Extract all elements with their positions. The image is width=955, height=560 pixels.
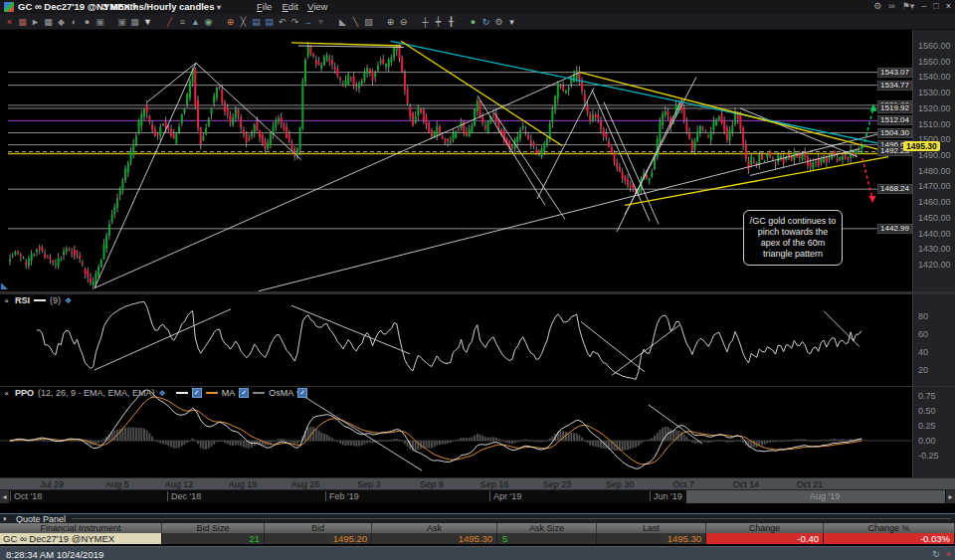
column-header-change_pct[interactable]: Change % [824, 523, 955, 533]
legend-label: MA [222, 388, 236, 398]
navigator-label: Oct '18 [10, 491, 42, 501]
checkbox-checked[interactable]: ✓ [192, 388, 202, 398]
marker-tool-icon[interactable]: ◉ [202, 15, 215, 29]
maximize-icon[interactable]: □ [933, 1, 938, 11]
text-note2-icon[interactable]: ▤ [263, 15, 276, 29]
cell-change[interactable]: -0.40 [706, 533, 824, 544]
paint-tool-icon[interactable]: ◆ [55, 15, 68, 29]
checkbox-checked[interactable]: ✓ [239, 388, 249, 398]
triangle-tool-icon[interactable]: ▲ [189, 15, 202, 29]
column-header-bid[interactable]: Bid [265, 523, 372, 533]
close-red-icon[interactable]: × [946, 549, 951, 559]
link-icon[interactable]: ∞ [888, 1, 894, 11]
price-tick: 1510.00 [918, 120, 951, 129]
clock-text: 8:28:34 AM 10/24/2019 [6, 549, 103, 560]
time-axis-label: Oct 21 [797, 479, 824, 489]
chart-type-icon[interactable]: ◣ [336, 15, 349, 29]
measure-tool-icon[interactable]: ╳ [237, 15, 250, 29]
components-icon[interactable]: ▦ [128, 15, 141, 29]
settings-icon[interactable]: ⚙ [873, 1, 881, 11]
pattern-tool-icon[interactable]: ≡ [176, 15, 189, 29]
zoom-in-icon[interactable]: ⊕ [384, 15, 397, 29]
image-tool-icon[interactable]: ▣ [94, 15, 106, 29]
anchor-icon[interactable]: ❖ [159, 389, 166, 398]
grid-tool-icon[interactable]: ▦ [42, 15, 55, 29]
time-axis-label: Oct 14 [733, 479, 760, 489]
rsi-line-sample [34, 299, 46, 301]
close-icon[interactable]: × [2, 389, 11, 398]
alert-dropdown-icon[interactable]: ▼ [314, 15, 327, 29]
zoom-out-icon[interactable]: ⊖ [397, 15, 410, 29]
chart-annotation-note[interactable]: /GC gold continues to pinch towards the … [743, 210, 843, 266]
crosshair-target-icon[interactable]: ⊕ [224, 15, 237, 29]
pin-icon[interactable]: ⚑▾ [902, 1, 915, 11]
quote-table-row[interactable]: GC ∞ Dec27'19 @NYMEX211495.201495.305149… [0, 533, 955, 544]
legend-line-sample [253, 392, 265, 394]
ppo-header: × PPO (12, 26, 9 - EMA, EMA, EMA) ❖ ✓MA✓… [2, 388, 307, 398]
tools-dropdown-icon[interactable]: ▼ [141, 15, 154, 29]
text-note-icon[interactable]: ▤ [250, 15, 263, 29]
snap-grid-icon[interactable]: ▦ [16, 15, 29, 29]
cell-bid_size[interactable]: 21 [162, 533, 265, 544]
cell-ask[interactable]: 1495.30 [372, 533, 497, 544]
time-navigator[interactable]: ◂ ▸ Oct '18Dec '18Feb '19Apr '19Jun '19A… [0, 489, 955, 503]
line-style-icon[interactable]: ╲ [349, 15, 362, 29]
sync-icon[interactable]: ↻ [932, 549, 940, 559]
crosshair3-icon[interactable]: ╂ [445, 15, 458, 29]
cell-ask_size[interactable]: 5 [497, 533, 597, 544]
image2-tool-icon[interactable]: ▣ [115, 15, 128, 29]
close-icon[interactable]: × [2, 296, 11, 305]
price-tick: 1460.00 [918, 198, 951, 207]
pane-anchor-icon[interactable]: ◣ [1, 280, 8, 290]
settings-wrench-icon[interactable]: ⚙ [492, 15, 505, 29]
price-level-tag: 1519.92 [877, 103, 912, 113]
navigator-left-arrow[interactable]: ◂ [0, 490, 9, 503]
close-tool-icon[interactable]: × [3, 15, 16, 29]
navigator-label: Apr '19 [489, 491, 521, 501]
column-header-change[interactable]: Change [706, 523, 824, 533]
column-header-instrument[interactable]: Financial Instrument [0, 523, 162, 533]
trendline-tool-icon[interactable]: ╱ [163, 15, 176, 29]
column-header-bid_size[interactable]: Bid Size [162, 523, 265, 533]
rsi-pane[interactable] [0, 294, 912, 386]
cell-last[interactable]: 1495.30 [597, 533, 706, 544]
hatch-icon[interactable]: ▨ [362, 15, 375, 29]
circle-tool-icon[interactable]: ● [81, 15, 94, 29]
cell-instrument[interactable]: GC ∞ Dec27'19 @NYMEX [0, 533, 162, 544]
quote-table-header: Financial InstrumentBid SizeBidAskAsk Si… [0, 523, 955, 533]
undo-icon[interactable]: ↶ [276, 15, 288, 29]
quote-panel-titlebar[interactable]: ▾ Quote Panel [0, 514, 955, 523]
crosshair1-icon[interactable]: ┼ [419, 15, 432, 29]
close-icon[interactable]: × [946, 1, 951, 11]
column-header-ask[interactable]: Ask [372, 523, 497, 533]
ellipse-tool-icon[interactable]: ◐ [68, 15, 81, 29]
cell-change_pct[interactable]: -0.03% [824, 533, 955, 544]
rsi-params: (9) [50, 295, 61, 305]
redo-icon[interactable]: ↷ [288, 15, 301, 29]
ppo-tick: 0.25 [918, 422, 936, 431]
time-axis-label: Aug 12 [165, 479, 194, 489]
more-dropdown-icon[interactable]: ▾ [505, 15, 518, 29]
navigator-label: Jun '19 [650, 491, 682, 501]
cell-bid[interactable]: 1495.20 [265, 533, 372, 544]
forward-icon[interactable]: → [301, 15, 314, 29]
menu-file[interactable]: File [257, 1, 272, 12]
checkbox-checked[interactable]: ✓ [297, 388, 307, 398]
themes-icon[interactable]: ● [467, 15, 479, 29]
ppo-pane[interactable] [0, 387, 912, 477]
column-header-last[interactable]: Last [597, 523, 706, 533]
crosshair2-icon[interactable]: ┿ [432, 15, 445, 29]
time-axis-label: Aug 26 [291, 479, 320, 489]
anchor-icon[interactable]: ❖ [65, 296, 72, 305]
navigator-right-arrow[interactable]: ▸ [946, 490, 955, 503]
ppo-tick: -0.25 [918, 452, 939, 461]
column-header-ask_size[interactable]: Ask Size [497, 523, 597, 533]
menu-view[interactable]: View [307, 1, 327, 12]
time-axis-label: Aug 5 [105, 479, 129, 489]
minimize-icon[interactable]: – [921, 1, 926, 11]
pointer-tool-icon[interactable]: ► [29, 15, 42, 29]
collapse-icon[interactable]: ▾ [3, 515, 7, 523]
timeframe-title[interactable]: 3 Months/Hourly candles ▾ [102, 1, 221, 12]
reload-icon[interactable]: ↻ [479, 15, 492, 29]
menu-edit[interactable]: Edit [283, 1, 298, 12]
